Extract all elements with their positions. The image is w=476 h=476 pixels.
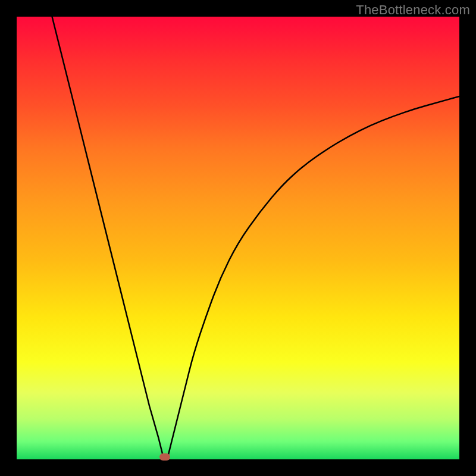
minimum-marker bbox=[159, 453, 170, 461]
curve-svg bbox=[17, 17, 459, 459]
plot-area bbox=[17, 17, 459, 459]
curve-left bbox=[52, 17, 165, 459]
chart-frame: TheBottleneck.com bbox=[0, 0, 476, 476]
curve-right bbox=[167, 96, 459, 459]
watermark-text: TheBottleneck.com bbox=[356, 2, 470, 18]
